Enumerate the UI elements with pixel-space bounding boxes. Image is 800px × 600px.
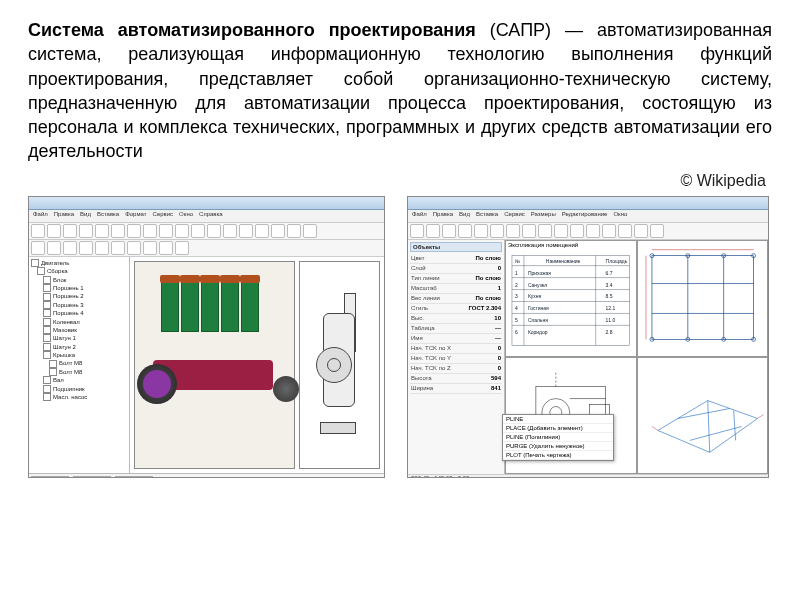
tool-button[interactable] — [31, 224, 45, 238]
tool-button[interactable] — [175, 241, 189, 255]
command-popup[interactable]: PLINE PLACE (Добавить элемент) PLINE (По… — [502, 414, 614, 461]
tool-button[interactable] — [506, 224, 520, 238]
menu-item[interactable]: Вставка — [476, 211, 498, 221]
tool-button[interactable] — [522, 224, 536, 238]
tree-node[interactable]: Подшипник — [43, 385, 127, 393]
tool-button[interactable] — [554, 224, 568, 238]
tool-button[interactable] — [143, 224, 157, 238]
property-row[interactable]: Таблица— — [410, 324, 502, 334]
tree-node[interactable]: Шатун 1 — [43, 334, 127, 342]
menu-item[interactable]: Правка — [54, 211, 74, 221]
property-row[interactable]: Тип линииПо слою — [410, 274, 502, 284]
tool-button[interactable] — [111, 224, 125, 238]
tree-node[interactable]: Поршень 2 — [43, 292, 127, 300]
tool-button[interactable] — [63, 224, 77, 238]
tool-button[interactable] — [458, 224, 472, 238]
tool-button[interactable] — [618, 224, 632, 238]
menu-item[interactable]: Окно — [613, 211, 627, 221]
tool-button[interactable] — [79, 224, 93, 238]
tool-button[interactable] — [111, 241, 125, 255]
tool-button[interactable] — [570, 224, 584, 238]
menu-bar[interactable]: Файл Правка Вид Вставка Сервис Размеры Р… — [408, 210, 768, 223]
property-row[interactable]: Высота594 — [410, 374, 502, 384]
property-row[interactable]: ЦветПо слою — [410, 254, 502, 264]
tool-button[interactable] — [410, 224, 424, 238]
menu-item[interactable]: Файл — [412, 211, 427, 221]
tool-button[interactable] — [79, 241, 93, 255]
popup-item[interactable]: PLACE (Добавить элемент) — [503, 424, 613, 433]
thumbnail[interactable] — [73, 476, 111, 478]
view-iso-plan[interactable] — [637, 357, 769, 474]
tool-button[interactable] — [650, 224, 664, 238]
tree-node[interactable]: Поршень 4 — [43, 309, 127, 317]
tool-button[interactable] — [474, 224, 488, 238]
tool-button[interactable] — [63, 241, 77, 255]
tool-button[interactable] — [426, 224, 440, 238]
tool-button[interactable] — [303, 224, 317, 238]
property-row[interactable]: Имя— — [410, 334, 502, 344]
tree-node[interactable]: Блок — [43, 276, 127, 284]
properties-panel[interactable]: Объекты ЦветПо слоюСлой0Тип линииПо слою… — [408, 240, 505, 474]
property-row[interactable]: Нач. TCK по Z0 — [410, 364, 502, 374]
tree-node[interactable]: Вал — [43, 376, 127, 384]
tree-node[interactable]: Поршень 1 — [43, 284, 127, 292]
tool-button[interactable] — [255, 224, 269, 238]
tree-node[interactable]: Масл. насос — [43, 393, 127, 401]
tool-button[interactable] — [287, 224, 301, 238]
property-row[interactable]: Слой0 — [410, 264, 502, 274]
tree-node[interactable]: Поршень 3 — [43, 301, 127, 309]
tool-button[interactable] — [207, 224, 221, 238]
popup-item[interactable]: PURGE (Удалить ненужное) — [503, 442, 613, 451]
menu-item[interactable]: Формат — [125, 211, 146, 221]
tool-button[interactable] — [490, 224, 504, 238]
tree-node[interactable]: Шатун 2 — [43, 343, 127, 351]
viewport-3d[interactable] — [134, 261, 295, 469]
tree-node[interactable]: Болт М8 — [49, 359, 127, 367]
tree-node[interactable]: Болт М8 — [49, 368, 127, 376]
property-row[interactable]: Нач. TCK по Y0 — [410, 354, 502, 364]
menu-item[interactable]: Файл — [33, 211, 48, 221]
tool-button[interactable] — [442, 224, 456, 238]
tool-button[interactable] — [271, 224, 285, 238]
property-row[interactable]: Ширина841 — [410, 384, 502, 394]
tool-button[interactable] — [95, 224, 109, 238]
menu-item[interactable]: Правка — [433, 211, 453, 221]
tool-button[interactable] — [586, 224, 600, 238]
tool-button[interactable] — [159, 241, 173, 255]
viewport-drawing[interactable] — [299, 261, 380, 469]
menu-bar[interactable]: Файл Правка Вид Вставка Формат Сервис Ок… — [29, 210, 384, 223]
tool-button[interactable] — [175, 224, 189, 238]
menu-item[interactable]: Справка — [199, 211, 223, 221]
tool-button[interactable] — [143, 241, 157, 255]
tool-button[interactable] — [127, 241, 141, 255]
property-row[interactable]: Выс.10 — [410, 314, 502, 324]
menu-item[interactable]: Сервис — [504, 211, 525, 221]
menu-item[interactable]: Размеры — [531, 211, 556, 221]
view-table[interactable]: Экспликация помещений — [505, 240, 637, 357]
view-floorplan[interactable] — [637, 240, 769, 357]
tool-button[interactable] — [191, 224, 205, 238]
popup-item[interactable]: PLINE — [503, 415, 613, 424]
property-row[interactable]: СтильГОСТ 2.304 — [410, 304, 502, 314]
tool-button[interactable] — [239, 224, 253, 238]
popup-item[interactable]: PLOT (Печать чертежа) — [503, 451, 613, 460]
tool-button[interactable] — [95, 241, 109, 255]
thumbnail[interactable] — [31, 476, 69, 478]
tool-button[interactable] — [159, 224, 173, 238]
tree-node[interactable]: Крышка — [43, 351, 127, 359]
tool-button[interactable] — [47, 241, 61, 255]
tree-node[interactable]: Маховик — [43, 326, 127, 334]
property-row[interactable]: Нач. TCK по X0 — [410, 344, 502, 354]
tool-button[interactable] — [538, 224, 552, 238]
tool-button[interactable] — [602, 224, 616, 238]
popup-item[interactable]: PLINE (Полилиния) — [503, 433, 613, 442]
menu-item[interactable]: Вид — [80, 211, 91, 221]
tree-node[interactable]: Сборка — [37, 267, 127, 275]
tool-button[interactable] — [31, 241, 45, 255]
tool-button[interactable] — [127, 224, 141, 238]
model-tree[interactable]: ДвигательСборкаБлокПоршень 1Поршень 2Пор… — [29, 257, 130, 473]
tree-node[interactable]: Коленвал — [43, 318, 127, 326]
menu-item[interactable]: Вставка — [97, 211, 119, 221]
thumbnail[interactable] — [115, 476, 153, 478]
menu-item[interactable]: Вид — [459, 211, 470, 221]
